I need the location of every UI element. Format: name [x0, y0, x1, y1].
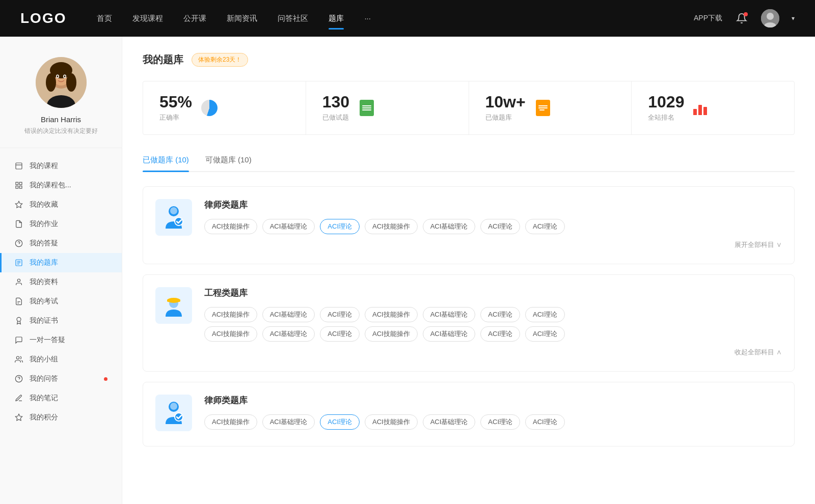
sidebar-item-group[interactable]: 我的小组 [0, 350, 122, 369]
stat-banks-done-value: 10w+ [485, 94, 526, 110]
eng2-tag-7[interactable]: ACI理论 [525, 326, 565, 342]
sidebar-item-tutor[interactable]: 一对一答疑 [0, 330, 122, 350]
tag-3-active[interactable]: ACI理论 [320, 219, 360, 234]
nav-question-bank[interactable]: 题库 [329, 12, 344, 25]
sidebar-item-certificate[interactable]: 我的证书 [0, 311, 122, 330]
sidebar-item-homework[interactable]: 我的作业 [0, 214, 122, 234]
l2-tag-7[interactable]: ACI理论 [525, 414, 565, 430]
eng2-tag-4[interactable]: ACI技能操作 [365, 326, 418, 342]
tag-2[interactable]: ACI基础理论 [262, 219, 315, 234]
sidebar-label-points: 我的积分 [30, 413, 107, 422]
eng2-tag-1[interactable]: ACI技能操作 [204, 326, 257, 342]
expand-link-lawyer-1[interactable]: 展开全部科目 ∨ [204, 238, 782, 251]
svg-point-43 [175, 413, 183, 421]
sidebar-item-qa[interactable]: 我的答疑 [0, 234, 122, 253]
tag-6[interactable]: ACI理论 [480, 219, 520, 234]
sidebar-item-exam[interactable]: 我的考试 [0, 292, 122, 311]
sidebar-label-my-qa: 我的问答 [30, 374, 97, 383]
sidebar-label-homework: 我的作业 [30, 219, 107, 229]
stat-questions-done-label: 已做试题 [322, 113, 349, 122]
svg-point-30 [17, 317, 21, 321]
eng-tag-6[interactable]: ACI理论 [480, 307, 520, 322]
nav-home[interactable]: 首页 [97, 12, 112, 25]
stat-accuracy-label: 正确率 [159, 113, 192, 122]
eng-tag-2[interactable]: ACI基础理论 [262, 307, 315, 322]
points-icon [14, 413, 23, 422]
collapse-link-engineer[interactable]: 收起全部科目 ∧ [204, 346, 782, 359]
avatar [36, 57, 87, 108]
engineer-icon-wrap [155, 287, 192, 324]
stat-accuracy-value: 55% [159, 94, 192, 110]
l2-tag-4[interactable]: ACI技能操作 [365, 414, 418, 430]
sidebar-label-notes: 我的笔记 [30, 394, 107, 403]
sidebar-item-favorites[interactable]: 我的收藏 [0, 195, 122, 214]
doc-orange-icon [534, 99, 552, 117]
l2-tag-5[interactable]: ACI基础理论 [423, 414, 476, 430]
eng-tag-3[interactable]: ACI理论 [320, 307, 360, 322]
l2-tag-1[interactable]: ACI技能操作 [204, 414, 257, 430]
l2-tag-3-active[interactable]: ACI理论 [320, 414, 360, 430]
certificate-icon [14, 316, 23, 325]
nav-discover[interactable]: 发现课程 [132, 12, 163, 25]
svg-rect-18 [16, 186, 18, 188]
sidebar-item-question-bank[interactable]: 我的题库 [0, 253, 122, 272]
notes-icon [14, 394, 23, 403]
sidebar-item-notes[interactable]: 我的笔记 [0, 388, 122, 408]
sidebar-label-favorites: 我的收藏 [30, 200, 107, 209]
sidebar-menu: 我的课程 我的课程包... 我的收藏 我的作业 [0, 148, 122, 435]
eng-tag-1[interactable]: ACI技能操作 [204, 307, 257, 322]
l2-tag-6[interactable]: ACI理论 [480, 414, 520, 430]
tag-5[interactable]: ACI基础理论 [423, 219, 476, 234]
eng-tag-5[interactable]: ACI基础理论 [423, 307, 476, 322]
navbar-right: APP下载 ▾ [694, 9, 795, 27]
eng-tag-4[interactable]: ACI技能操作 [365, 307, 418, 322]
tag-1[interactable]: ACI技能操作 [204, 219, 257, 234]
subject-card-lawyer-2: 律师类题库 ACI技能操作 ACI基础理论 ACI理论 ACI技能操作 ACI基… [143, 382, 795, 446]
app-download-link[interactable]: APP下载 [694, 14, 722, 23]
sidebar-item-profile[interactable]: 我的资料 [0, 272, 122, 292]
sidebar-item-points[interactable]: 我的积分 [0, 408, 122, 427]
sidebar-label-qa: 我的答疑 [30, 239, 107, 248]
eng2-tag-5[interactable]: ACI基础理论 [423, 326, 476, 342]
sidebar: Brian Harris 错误的决定比没有决定要好 我的课程 我的课程包... [0, 37, 122, 504]
tab-available[interactable]: 可做题库 (10) [205, 151, 252, 171]
profile-name: Brian Harris [41, 115, 81, 124]
sidebar-item-my-courses[interactable]: 我的课程 [0, 156, 122, 176]
eng-tag-7[interactable]: ACI理论 [525, 307, 565, 322]
eng2-tag-6[interactable]: ACI理论 [480, 326, 520, 342]
svg-point-37 [175, 217, 183, 226]
nav-news[interactable]: 新闻资讯 [227, 12, 257, 25]
nav-more[interactable]: ··· [364, 12, 371, 25]
sidebar-label-my-courses: 我的课程 [30, 161, 107, 171]
tab-done[interactable]: 已做题库 (10) [143, 151, 189, 171]
svg-point-42 [170, 403, 177, 410]
svg-point-7 [46, 73, 56, 92]
svg-rect-17 [19, 182, 22, 185]
stat-questions-done: 130 已做试题 [306, 81, 469, 134]
user-avatar-nav[interactable] [761, 9, 779, 27]
eng2-tag-2[interactable]: ACI基础理论 [262, 326, 315, 342]
nav-qa[interactable]: 问答社区 [278, 12, 308, 25]
courses-icon [14, 161, 23, 171]
lawyer-2-icon-wrap [155, 395, 192, 431]
sidebar-item-my-qa[interactable]: 我的问答 [0, 369, 122, 388]
star-icon [14, 200, 23, 209]
main-nav: 首页 发现课程 公开课 新闻资讯 问答社区 题库 ··· [97, 12, 694, 25]
subject-content-engineer: 工程类题库 ACI技能操作 ACI基础理论 ACI理论 ACI技能操作 ACI基… [204, 287, 782, 359]
page-header: 我的题库 体验剩余23天！ [143, 53, 795, 67]
sidebar-item-course-package[interactable]: 我的课程包... [0, 176, 122, 195]
tag-7[interactable]: ACI理论 [525, 219, 565, 234]
sidebar-label-group: 我的小组 [30, 355, 107, 364]
user-menu-chevron[interactable]: ▾ [792, 15, 795, 22]
lawyer-icon-wrap [155, 199, 192, 236]
tag-4[interactable]: ACI技能操作 [365, 219, 418, 234]
svg-point-1 [767, 13, 774, 20]
stat-banks-done-label: 已做题库 [485, 113, 526, 122]
profile-motto: 错误的决定比没有决定要好 [24, 127, 98, 135]
notification-bell[interactable] [735, 11, 749, 25]
svg-point-13 [64, 75, 65, 77]
stat-global-rank-text: 1029 全站排名 [648, 94, 684, 122]
eng2-tag-3[interactable]: ACI理论 [320, 326, 360, 342]
l2-tag-2[interactable]: ACI基础理论 [262, 414, 315, 430]
nav-opencourse[interactable]: 公开课 [183, 12, 206, 25]
